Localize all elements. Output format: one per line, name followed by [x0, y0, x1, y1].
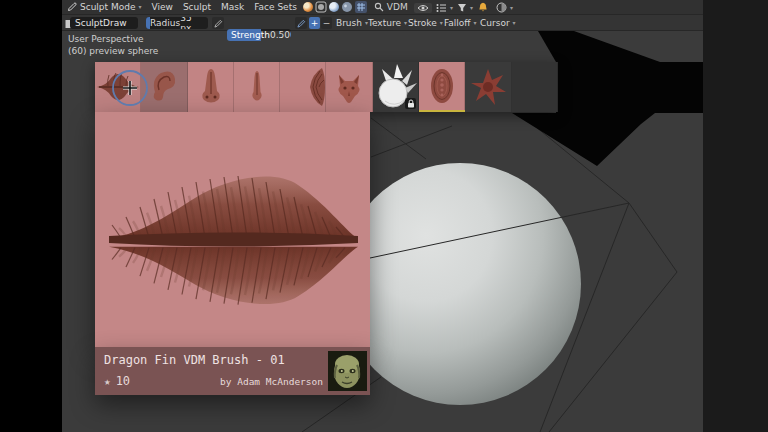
- chevron-down-icon: ▾: [513, 20, 516, 26]
- goblin-avatar-art: [328, 351, 367, 391]
- narrow-nose-mini-art: [234, 62, 280, 112]
- asset-rating: ★ 10: [104, 374, 130, 388]
- preview-sphere[interactable]: [339, 163, 581, 405]
- selected-indicator: [419, 110, 465, 112]
- star-icon: ★: [104, 375, 111, 388]
- brush-name: SculptDraw: [75, 18, 127, 28]
- chevron-down-icon: ▾: [404, 20, 407, 26]
- pressure-pen-icon: [297, 19, 306, 28]
- brush-cursor: [110, 68, 150, 108]
- chevron-down-icon: ▾: [139, 4, 142, 10]
- asset-preview-image: [95, 112, 370, 347]
- radius-value: 35 px: [180, 17, 204, 29]
- asset-thumbnail-spike-star[interactable]: [465, 62, 511, 112]
- texture-menu[interactable]: Texture ▾: [368, 15, 407, 31]
- outliner-filter[interactable]: ▾: [436, 3, 453, 13]
- chevron-down-icon: ▾: [470, 5, 473, 11]
- mode-selector[interactable]: Sculpt Mode ▾: [62, 0, 147, 15]
- filter-options[interactable]: ▾: [457, 3, 473, 13]
- radius-label: Radius: [150, 18, 180, 28]
- plus-icon: +: [311, 18, 319, 28]
- list-icon: [436, 3, 447, 13]
- fin-upper-half: [109, 176, 358, 239]
- radius-slider[interactable]: Radius 35 px: [146, 17, 208, 29]
- tool-settings-bar: SculptDraw Radius 35 px Strength 0.500: [62, 15, 703, 31]
- mode-label: Sculpt Mode: [80, 2, 136, 12]
- falloff-menu[interactable]: Falloff ▾: [444, 15, 477, 31]
- vertical-fin-mini-art: [280, 62, 326, 112]
- menu-view[interactable]: View: [147, 0, 178, 15]
- search-icon: [374, 2, 384, 12]
- asset-thumbnail-creature-face[interactable]: [326, 62, 372, 112]
- chevron-down-icon: ▾: [474, 20, 477, 26]
- brush-name-field[interactable]: SculptDraw: [70, 17, 138, 29]
- asset-info-bar: Dragon Fin VDM Brush - 01 ★ 10 by Adam M…: [95, 347, 370, 395]
- matcap-sphere-icon[interactable]: [303, 2, 313, 12]
- search-value: VDM: [387, 2, 408, 12]
- asset-title: Dragon Fin VDM Brush - 01: [104, 353, 285, 367]
- asset-thumbnail-narrow-nose[interactable]: [234, 62, 280, 112]
- stroke-menu[interactable]: Stroke ▾: [408, 15, 443, 31]
- minus-icon: −: [323, 18, 331, 28]
- header-right-icons: ▾ ▾: [414, 1, 513, 14]
- menu-mask[interactable]: Mask: [216, 0, 249, 15]
- chevron-down-icon: ▾: [450, 5, 453, 11]
- texture-preview-icon[interactable]: [341, 1, 353, 13]
- visibility-toggle[interactable]: [414, 3, 432, 13]
- rating-value: 10: [116, 374, 130, 388]
- creature-face-mini-art: [326, 62, 372, 112]
- radius-pressure-button[interactable]: [212, 17, 224, 29]
- brush-menu-label: Brush: [336, 18, 362, 28]
- funnel-icon: [457, 3, 467, 13]
- spike-star-mini-art: [465, 62, 511, 112]
- fin-lower-half: [109, 247, 358, 305]
- subtract-mode-button[interactable]: −: [321, 17, 332, 29]
- material-preview-icon[interactable]: [315, 1, 327, 13]
- search-field[interactable]: VDM: [374, 2, 408, 12]
- cursor-menu[interactable]: Cursor ▾: [480, 15, 516, 31]
- menu-face-sets[interactable]: Face Sets: [249, 0, 302, 15]
- shading-sphere-icon[interactable]: [329, 2, 339, 12]
- dragon-fin-preview-art: [95, 112, 370, 347]
- asset-thumbnail-strip: [95, 62, 558, 112]
- blender-window: Sculpt Mode ▾ View Sculpt Mask Face Sets: [62, 0, 703, 432]
- menu-mask-label: Mask: [221, 2, 244, 12]
- notification-bell-icon: [478, 2, 488, 13]
- sculpt-mode-icon: [67, 2, 77, 12]
- asset-thumbnail-oval-scale[interactable]: [419, 62, 465, 112]
- perspective-label: User Perspective: [68, 33, 158, 45]
- right-letterbox: [703, 0, 768, 432]
- author-avatar: [328, 351, 367, 391]
- viewport-overlay-text: User Perspective (60) preview sphere: [68, 33, 158, 57]
- asset-thumbnail-vertical-fin[interactable]: [280, 62, 326, 112]
- oval-scale-mini-art: [419, 62, 465, 112]
- nose-mini-art: [188, 62, 234, 112]
- add-mode-button[interactable]: +: [309, 17, 320, 29]
- render-grid-icon[interactable]: [355, 1, 367, 13]
- active-object-label: (60) preview sphere: [68, 45, 158, 57]
- stroke-menu-label: Stroke: [408, 18, 437, 28]
- lock-icon: [407, 99, 415, 108]
- menu-face-sets-label: Face Sets: [254, 2, 297, 12]
- chevron-down-icon: ▾: [440, 20, 443, 26]
- chevron-down-icon: ▾: [510, 5, 513, 11]
- texture-menu-label: Texture: [368, 18, 401, 28]
- cursor-menu-label: Cursor: [480, 18, 510, 28]
- screen: Sculpt Mode ▾ View Sculpt Mask Face Sets: [0, 0, 768, 432]
- proportional-falloff-icon: [496, 2, 507, 13]
- strength-pressure-button[interactable]: [295, 17, 307, 29]
- top-menubar: Sculpt Mode ▾ View Sculpt Mask Face Sets: [62, 0, 703, 15]
- menu-view-label: View: [152, 2, 173, 12]
- asset-thumbnail-horned-sphere[interactable]: [373, 62, 419, 112]
- locked-badge: [405, 98, 416, 109]
- falloff-menu-label: Falloff: [444, 18, 471, 28]
- wireframe-edge: [371, 118, 426, 159]
- eye-icon: [417, 4, 429, 12]
- menu-sculpt[interactable]: Sculpt: [178, 0, 216, 15]
- fin-base-line: [109, 233, 358, 247]
- 3d-viewport[interactable]: User Perspective (60) preview sphere: [62, 31, 703, 432]
- asset-thumbnail-nose[interactable]: [188, 62, 234, 112]
- overlay-options[interactable]: ▾: [496, 2, 513, 13]
- notifications[interactable]: [478, 2, 488, 13]
- brush-menu[interactable]: Brush ▾: [336, 15, 368, 31]
